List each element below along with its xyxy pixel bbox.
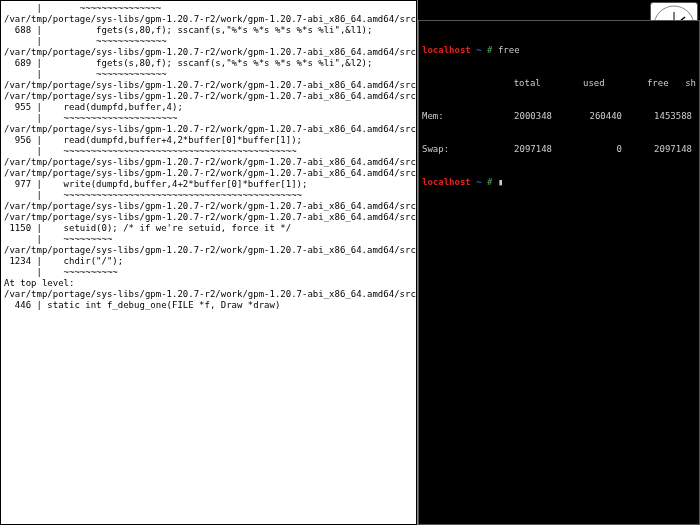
command-text: free — [498, 45, 520, 55]
compile-output-terminal[interactable]: | ~~~~~~~~~~~~~~~ /var/tmp/portage/sys-l… — [0, 0, 417, 525]
prompt-symbol: # — [487, 45, 492, 55]
prompt-host: localhost — [422, 177, 471, 187]
prompt-line-2: localhost ~ # ▮ — [422, 177, 696, 188]
prompt-host: localhost — [422, 45, 471, 55]
free-mem-row: Mem:20003482604401453588 — [422, 111, 696, 122]
prompt-symbol: # — [487, 177, 492, 187]
free-header-row: totalusedfreesh — [422, 78, 696, 89]
free-swap-row: Swap:209714802097148 — [422, 144, 696, 155]
compile-output-text: | ~~~~~~~~~~~~~~~ /var/tmp/portage/sys-l… — [4, 3, 417, 310]
prompt-line-1: localhost ~ # free — [422, 45, 696, 56]
prompt-path: ~ — [476, 177, 481, 187]
prompt-path: ~ — [476, 45, 481, 55]
cursor-block: ▮ — [498, 177, 503, 187]
shell-terminal[interactable]: localhost ~ # free totalusedfreesh Mem:2… — [418, 20, 700, 525]
desktop: | ~~~~~~~~~~~~~~~ /var/tmp/portage/sys-l… — [0, 0, 700, 525]
